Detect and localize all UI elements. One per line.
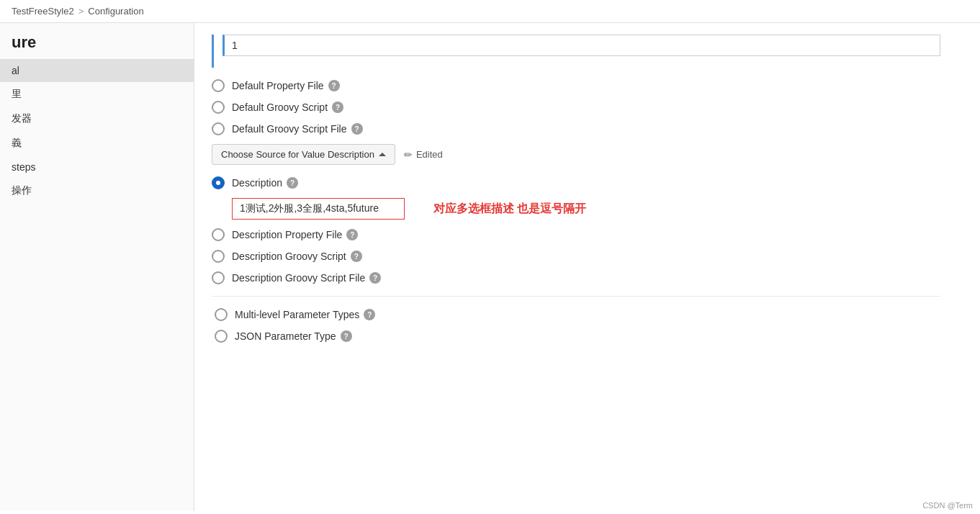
- edit-pencil-icon: ✏: [404, 149, 413, 161]
- radio-json-parameter[interactable]: JSON Parameter Type ?: [212, 330, 940, 343]
- radio-circle-json-param: [215, 330, 228, 343]
- help-icon-default-property[interactable]: ?: [328, 80, 340, 91]
- radio-label-description: Description: [232, 177, 282, 189]
- radio-circle-multi-level: [215, 308, 228, 321]
- sidebar: ure al 里 发器 義 steps 操作: [0, 23, 194, 511]
- main-content: Default Property File ? Default Groovy S…: [194, 23, 980, 511]
- help-icon-default-groovy[interactable]: ?: [332, 102, 343, 113]
- radio-circle-desc-groovy: [212, 250, 225, 263]
- radio-description-groovy-script[interactable]: Description Groovy Script ?: [212, 250, 940, 263]
- help-icon-multi-level[interactable]: ?: [364, 309, 375, 320]
- radio-circle-desc-property: [212, 228, 225, 241]
- description-input-row: 对应多选框描述 也是逗号隔开: [232, 198, 940, 220]
- breadcrumb-project[interactable]: TestFreeStyle2: [12, 6, 74, 17]
- section-divider: [212, 296, 940, 297]
- radio-label-default-groovy: Default Groovy Script: [232, 102, 328, 113]
- radio-default-property-file[interactable]: Default Property File ?: [212, 79, 940, 92]
- radio-label-desc-groovy: Description Groovy Script: [232, 251, 346, 262]
- sidebar-item-actions[interactable]: 操作: [0, 179, 194, 203]
- choose-source-row: Choose Source for Value Description ✏ Ed…: [212, 144, 940, 165]
- radio-circle-default-groovy: [212, 101, 225, 114]
- breadcrumb-separator: >: [78, 6, 84, 17]
- radio-default-groovy-script-file[interactable]: Default Groovy Script File ?: [212, 122, 940, 135]
- breadcrumb-current: Configuration: [88, 6, 143, 17]
- help-icon-default-groovy-file[interactable]: ?: [351, 123, 363, 135]
- value-input[interactable]: [222, 35, 940, 56]
- breadcrumb: TestFreeStyle2 > Configuration: [0, 0, 980, 23]
- default-options-group: Default Property File ? Default Groovy S…: [212, 79, 940, 135]
- radio-label-default-groovy-file: Default Groovy Script File: [232, 123, 347, 135]
- description-input[interactable]: [232, 198, 405, 220]
- radio-label-default-property: Default Property File: [232, 80, 324, 91]
- help-icon-json-param[interactable]: ?: [341, 330, 352, 342]
- edited-text: Edited: [416, 149, 443, 160]
- annotation-text: 对应多选框描述 也是逗号隔开: [433, 202, 586, 217]
- radio-circle-desc-groovy-file: [212, 271, 225, 284]
- sidebar-title: ure: [0, 30, 194, 59]
- sidebar-item-script[interactable]: 義: [0, 131, 194, 155]
- help-icon-desc-groovy-file[interactable]: ?: [369, 272, 381, 284]
- bottom-options-group: Multi-level Parameter Types ? JSON Param…: [212, 308, 940, 343]
- sidebar-item-build[interactable]: 里: [0, 82, 194, 107]
- description-group: Description ? 对应多选框描述 也是逗号隔开: [212, 176, 940, 220]
- radio-description-property-file[interactable]: Description Property File ?: [212, 228, 940, 241]
- radio-circle-default-property: [212, 79, 225, 92]
- help-icon-desc-property[interactable]: ?: [346, 229, 358, 240]
- help-icon-desc-groovy[interactable]: ?: [351, 251, 362, 262]
- radio-default-groovy-script[interactable]: Default Groovy Script ?: [212, 101, 940, 114]
- sidebar-item-tools[interactable]: 发器: [0, 107, 194, 131]
- radio-circle-description: [212, 176, 225, 189]
- chevron-up-icon: [379, 153, 386, 156]
- csdn-footer-label: CSDN @Term: [922, 501, 973, 510]
- radio-description-groovy-script-file[interactable]: Description Groovy Script File ?: [212, 271, 940, 284]
- radio-circle-default-groovy-file: [212, 122, 225, 135]
- radio-label-json-param: JSON Parameter Type: [235, 330, 336, 342]
- radio-label-desc-groovy-file: Description Groovy Script File: [232, 272, 365, 284]
- sidebar-item-steps[interactable]: steps: [0, 155, 194, 179]
- text-input-section: [212, 35, 940, 68]
- description-input-section: 对应多选框描述 也是逗号隔开: [212, 198, 940, 220]
- choose-source-label: Choose Source for Value Description: [221, 149, 374, 160]
- radio-description[interactable]: Description ?: [212, 176, 940, 189]
- help-icon-description[interactable]: ?: [287, 177, 298, 189]
- edited-label-row: ✏ Edited: [404, 149, 443, 161]
- description-sub-options-group: Description Property File ? Description …: [212, 228, 940, 284]
- choose-source-button[interactable]: Choose Source for Value Description: [212, 144, 395, 165]
- radio-label-multi-level: Multi-level Parameter Types: [235, 309, 359, 320]
- radio-multi-level[interactable]: Multi-level Parameter Types ?: [212, 308, 940, 321]
- sidebar-item-general[interactable]: al: [0, 59, 194, 82]
- radio-label-desc-property: Description Property File: [232, 229, 342, 240]
